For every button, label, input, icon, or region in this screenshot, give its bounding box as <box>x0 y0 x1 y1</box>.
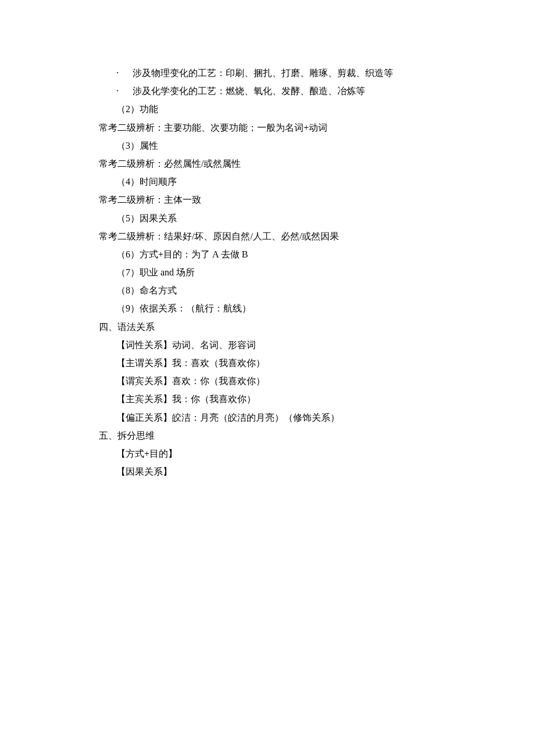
bullet-icon: · <box>116 82 133 100</box>
text-line: 常考二级辨析：主体一致 <box>99 191 436 209</box>
text-line: 【方式+目的】 <box>99 445 436 463</box>
text-line: （8）命名方式 <box>99 281 436 299</box>
text-line: 常考二级辨析：主要功能、次要功能；一般为名词+动词 <box>99 119 436 137</box>
text-line: 【主宾关系】我：你（我喜欢你） <box>99 390 436 408</box>
text-line: 【主谓关系】我：喜欢（我喜欢你） <box>99 354 436 372</box>
bullet-text: 涉及化学变化的工艺：燃烧、氧化、发酵、酿造、冶炼等 <box>133 82 365 100</box>
text-line: （5）因果关系 <box>99 209 436 227</box>
text-line: （6）方式+目的：为了 A 去做 B <box>99 245 436 263</box>
text-line: （7）职业 and 场所 <box>99 263 436 281</box>
text-line: 五、拆分思维 <box>99 427 436 445</box>
bullet-line: ·涉及化学变化的工艺：燃烧、氧化、发酵、酿造、冶炼等 <box>99 82 436 100</box>
text-line: 四、语法关系 <box>99 318 436 336</box>
text-line: （9）依据关系：（航行：航线） <box>99 299 436 317</box>
bullet-line: ·涉及物理变化的工艺：印刷、捆扎、打磨、雕琢、剪裁、织造等 <box>99 64 436 82</box>
bullet-text: 涉及物理变化的工艺：印刷、捆扎、打磨、雕琢、剪裁、织造等 <box>133 64 393 82</box>
text-line: 【词性关系】动词、名词、形容词 <box>99 336 436 354</box>
text-line: 常考二级辨析：结果好/坏、原因自然/人工、必然/或然因果 <box>99 227 436 245</box>
text-line: （3）属性 <box>99 137 436 155</box>
text-line: （4）时间顺序 <box>99 173 436 191</box>
text-line: 【偏正关系】皎洁：月亮（皎洁的月亮）（修饰关系） <box>99 409 436 427</box>
text-line: 【因果关系】 <box>99 463 436 481</box>
text-line: 常考二级辨析：必然属性/或然属性 <box>99 155 436 173</box>
text-line: 【谓宾关系】喜欢：你（我喜欢你） <box>99 372 436 390</box>
document-content: ·涉及物理变化的工艺：印刷、捆扎、打磨、雕琢、剪裁、织造等·涉及化学变化的工艺：… <box>99 64 436 481</box>
text-line: （2）功能 <box>99 100 436 118</box>
bullet-icon: · <box>116 64 133 82</box>
